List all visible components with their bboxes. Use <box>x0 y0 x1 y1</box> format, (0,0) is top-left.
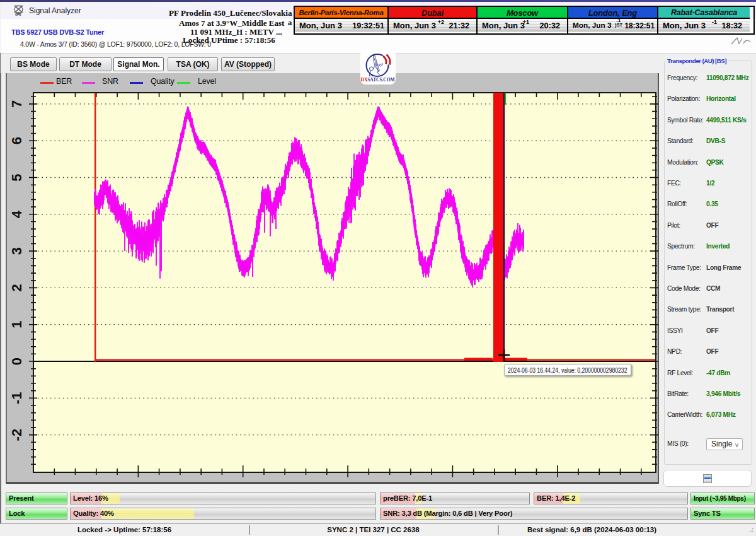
svg-text:7: 7 <box>9 100 25 108</box>
svg-text:-2: -2 <box>9 429 25 441</box>
svg-text:3: 3 <box>9 247 25 255</box>
svg-text:6: 6 <box>9 137 25 144</box>
svg-text:DXSATCS.COM: DXSATCS.COM <box>361 77 395 83</box>
svg-text:1: 1 <box>9 321 25 329</box>
svg-text:0: 0 <box>9 358 25 365</box>
svg-text:5: 5 <box>9 173 25 181</box>
svg-text:-1: -1 <box>9 392 25 405</box>
svg-text:GPS: GPS <box>15 13 21 16</box>
svg-text:4: 4 <box>9 210 25 218</box>
svg-text:2: 2 <box>9 284 25 291</box>
